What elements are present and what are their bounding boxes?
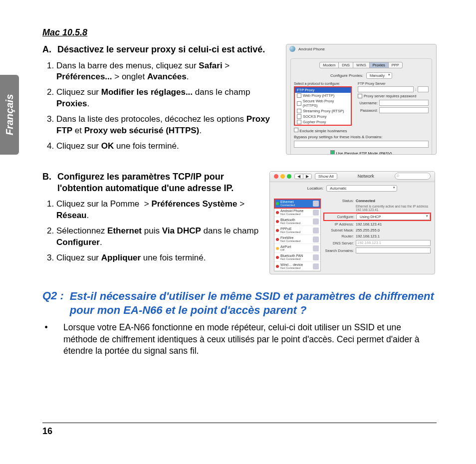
section-b: B. Configurez les paramètres TCP/IP pour… — [42, 171, 437, 274]
globe-icon — [289, 46, 295, 52]
service-item[interactable]: BluetoothNot Connected — [274, 217, 320, 226]
close-icon[interactable] — [274, 174, 278, 179]
nav-back-forward[interactable]: ◀▶ — [294, 174, 312, 179]
protocol-rtsp[interactable]: Streaming Proxy (RTSP) — [295, 108, 351, 114]
requires-password-checkbox[interactable] — [358, 94, 362, 98]
service-item[interactable]: Wind… deviceNot Connected — [274, 262, 320, 271]
password-input[interactable] — [379, 107, 429, 113]
service-list[interactable]: EthernetConnectedAndroid PhoneNot Connec… — [274, 199, 321, 271]
configure-proxies-label: Configure Proxies: — [330, 73, 363, 78]
search-domains-input[interactable] — [356, 247, 431, 253]
section-a-title: Désactivez le serveur proxy si celui-ci … — [57, 44, 265, 55]
select-protocol-label: Select a protocol to configure: — [294, 82, 353, 85]
service-icon — [313, 245, 319, 251]
service-item[interactable]: AirPortOff — [274, 244, 320, 253]
proxies-device: Android Phone — [298, 47, 325, 51]
section-a-letter: A. — [42, 44, 52, 55]
zoom-icon[interactable] — [287, 174, 291, 179]
page-footer: 16 — [42, 423, 437, 437]
location-dropdown[interactable]: Automatic — [326, 185, 397, 192]
bullet-icon: • — [42, 322, 50, 357]
status-dot-icon — [276, 247, 279, 250]
network-screenshot: ◀▶ Show All Network Location: Automatic … — [269, 171, 435, 274]
dns-input[interactable]: 192.168.123.1 — [356, 240, 431, 246]
q2-answer: Lorsque votre EA-N66 fonctionne en mode … — [56, 322, 437, 357]
step-a1: Dans la barre des menus, cliquez sur Saf… — [56, 60, 276, 83]
status-desc: Ethernet is currently active and has the… — [356, 205, 431, 212]
protocol-socks[interactable]: SOCKS Proxy — [295, 114, 351, 119]
section-b-title: Configurez les paramètres TCP/IP pour l'… — [57, 171, 259, 194]
step-a2: Cliquez sur Modifier les réglages... dan… — [56, 87, 276, 110]
protocol-ftp[interactable]: FTP Proxy — [295, 87, 351, 93]
service-icon — [313, 263, 319, 269]
window-title: Network — [340, 174, 392, 179]
status-dot-icon — [276, 229, 279, 232]
section-a: A. Désactivez le serveur proxy si celui-… — [42, 44, 437, 156]
step-b2: Sélectionnez Ethernet puis Via DHCP dans… — [56, 226, 259, 248]
section-a-steps: Dans la barre des menus, cliquez sur Saf… — [42, 60, 276, 153]
service-item[interactable]: Bluetooth PANNot Connected — [274, 253, 320, 262]
protocol-http[interactable]: Web Proxy (HTTP) — [295, 93, 351, 98]
section-b-letter: B. — [42, 171, 52, 194]
bypass-input[interactable] — [294, 141, 429, 148]
bypass-label: Bypass proxy settings for these Hosts & … — [294, 135, 429, 139]
tab-dns[interactable]: DNS — [338, 62, 353, 68]
pasv-checkbox[interactable] — [330, 150, 335, 155]
show-all-button[interactable]: Show All — [315, 173, 337, 180]
service-item[interactable]: Android PhoneNot Connected — [274, 208, 320, 217]
tab-ppp[interactable]: PPP — [388, 62, 403, 68]
service-icon — [313, 228, 319, 233]
minimize-icon[interactable] — [280, 174, 285, 179]
q2-answer-row: • Lorsque votre EA-N66 fonctionne en mod… — [42, 322, 437, 357]
service-icon — [313, 219, 319, 225]
q2-text: Est-il nécessaire d'utiliser le même SSI… — [70, 289, 437, 317]
protocol-list[interactable]: FTP Proxy Web Proxy (HTTP) Secure Web Pr… — [294, 86, 352, 126]
proxy-port-input[interactable] — [418, 86, 429, 92]
status-dot-icon — [276, 202, 279, 205]
language-tab: Français — [0, 75, 19, 155]
proxies-screenshot: Android Phone Modem DNS WINS Proxies PPP… — [286, 44, 437, 155]
q2-question: Q2 : Est-il nécessaire d'utiliser le mêm… — [42, 289, 437, 317]
service-icon — [313, 210, 319, 216]
ftp-server-label: FTP Proxy Server — [358, 82, 429, 85]
location-label: Location: — [307, 186, 323, 191]
service-item[interactable]: FireWireNot Connected — [274, 235, 320, 244]
configure-dropdown[interactable]: Using DHCP — [356, 214, 430, 220]
tab-proxies[interactable]: Proxies — [369, 62, 389, 68]
proxy-host-input[interactable] — [358, 86, 414, 92]
page-content: Mac 10.5.8 A. Désactivez le serveur prox… — [42, 27, 437, 357]
service-item[interactable]: PPPoENot Connected — [274, 226, 320, 235]
service-item[interactable]: EthernetConnected — [274, 199, 320, 208]
tab-modem[interactable]: Modem — [319, 62, 339, 68]
service-icon — [313, 236, 319, 242]
exclude-simple-checkbox[interactable] — [294, 128, 298, 132]
service-icon — [313, 254, 319, 260]
step-a3: Dans la liste des protocoles, décochez l… — [56, 114, 276, 137]
status-value: Connected — [356, 199, 431, 203]
mask-value: 255.255.255.0 — [356, 228, 431, 232]
protocol-https[interactable]: Secure Web Proxy (HTTPS) — [295, 98, 351, 108]
proxies-tabs[interactable]: Modem DNS WINS Proxies PPP — [294, 62, 429, 68]
tab-wins[interactable]: WINS — [353, 62, 370, 68]
section-b-steps: Cliquez sur la Pomme > Préférences Systè… — [42, 199, 259, 264]
status-dot-icon — [276, 211, 279, 214]
protocol-gopher[interactable]: Gopher Proxy — [295, 119, 351, 125]
service-icon — [313, 201, 319, 207]
page-number: 16 — [42, 426, 52, 436]
configure-proxies-dropdown[interactable]: Manually — [366, 72, 392, 79]
mac-version-heading: Mac 10.5.8 — [42, 27, 437, 38]
ip-value: 192.168.123.41 — [356, 222, 431, 227]
q2-label: Q2 : — [42, 289, 64, 317]
search-input[interactable] — [395, 173, 431, 180]
status-dot-icon — [276, 238, 279, 241]
status-dot-icon — [276, 256, 279, 259]
username-input[interactable] — [379, 100, 429, 106]
status-dot-icon — [276, 265, 279, 268]
status-dot-icon — [276, 220, 279, 223]
router-value: 192.168.123.1 — [356, 234, 431, 238]
step-a4: Cliquez sur OK une fois terminé. — [56, 141, 276, 152]
step-b3: Cliquez sur Appliquer une fois terminé. — [56, 252, 259, 264]
step-b1: Cliquez sur la Pomme > Préférences Systè… — [56, 199, 259, 222]
